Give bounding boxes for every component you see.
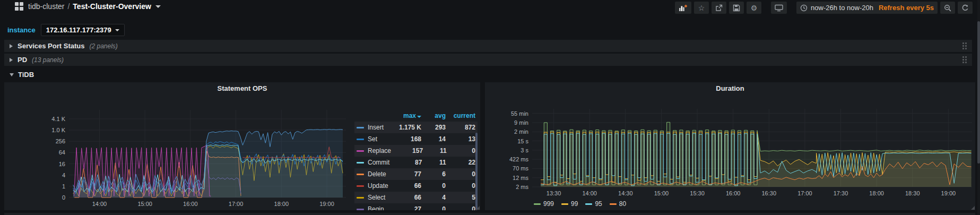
row-panel-count: (2 panels) <box>89 42 117 50</box>
drag-handle-icon[interactable] <box>962 42 967 49</box>
dashboard-grid-icon[interactable] <box>15 2 23 11</box>
instance-select[interactable]: 172.16.117.177:2379 <box>41 24 125 36</box>
series-avg: 0 <box>421 205 446 210</box>
svg-text:256: 256 <box>56 138 65 144</box>
time-range-picker[interactable]: now-26h to now-20h Refresh every 5s <box>796 2 938 14</box>
zoom-out-button[interactable] <box>940 2 955 14</box>
series-name[interactable]: Update <box>368 182 388 190</box>
series-name[interactable]: Insert <box>368 124 384 131</box>
series-swatch-icon <box>561 203 568 205</box>
add-panel-button[interactable] <box>675 2 691 14</box>
series-current: 0 <box>446 205 475 210</box>
share-button[interactable] <box>712 2 726 14</box>
series-swatch-icon <box>585 203 592 205</box>
legend-sort-current[interactable]: current <box>446 112 475 119</box>
series-name[interactable]: Set <box>368 135 377 143</box>
row-title[interactable]: Services Port Status <box>18 42 84 50</box>
chevron-right-icon <box>10 58 13 62</box>
grafana-dashboard: tidb-cluster / Test-Cluster-Overview ☆ <box>0 0 980 215</box>
save-button[interactable] <box>729 2 744 14</box>
instance-value: 172.16.117.177:2379 <box>46 26 111 34</box>
star-icon: ☆ <box>698 4 705 12</box>
series-name[interactable]: Begin <box>368 205 384 210</box>
series-swatch-icon <box>357 209 364 210</box>
svg-text:9 min: 9 min <box>514 119 528 126</box>
legend-item-80[interactable]: 80 <box>610 200 626 208</box>
svg-text:16:30: 16:30 <box>762 190 777 196</box>
series-max: 27 <box>388 205 421 210</box>
svg-text:15:30: 15:30 <box>690 190 705 196</box>
legend-row-commit: Commit871122 <box>354 157 478 168</box>
series-swatch-icon <box>534 203 541 205</box>
legend-sort-max[interactable]: max <box>388 112 421 119</box>
series-name[interactable]: Delete <box>368 170 386 178</box>
series-current: 13 <box>446 135 475 143</box>
row-pd[interactable]: PD (13 panels) <box>4 54 972 66</box>
series-max: 87 <box>389 159 422 166</box>
series-avg: 14 <box>421 135 446 143</box>
svg-text:13:30: 13:30 <box>547 190 561 196</box>
svg-text:15 s: 15 s <box>517 138 528 144</box>
series-avg: 4 <box>421 194 446 201</box>
panel-resize-handle[interactable] <box>476 206 480 210</box>
svg-text:64: 64 <box>59 149 65 156</box>
navbar: tidb-cluster / Test-Cluster-Overview ☆ <box>0 0 980 15</box>
refresh-icon <box>961 4 969 12</box>
series-avg: 0 <box>421 182 446 190</box>
panel-duration: Duration 2 ms12 ms70 ms422 ms3 s15 s2 mi… <box>485 82 975 210</box>
svg-text:16: 16 <box>59 161 65 167</box>
series-name[interactable]: Replace <box>368 147 391 154</box>
svg-text:14:00: 14:00 <box>582 190 597 196</box>
svg-text:0: 0 <box>62 194 65 201</box>
series-max: 157 <box>391 147 423 154</box>
svg-text:1.0 K: 1.0 K <box>51 127 65 133</box>
legend-row-select: Select6645 <box>354 192 478 203</box>
settings-button[interactable]: ⚙ <box>747 2 761 14</box>
panel-resize-handle[interactable] <box>971 206 975 210</box>
legend-item-99[interactable]: 99 <box>561 200 578 208</box>
svg-text:17:00: 17:00 <box>229 201 244 207</box>
chevron-down-icon <box>10 73 14 76</box>
svg-text:19:00: 19:00 <box>319 201 334 207</box>
series-name[interactable]: Select <box>368 194 385 201</box>
legend-scrollbar[interactable] <box>475 133 478 210</box>
drag-handle-icon[interactable] <box>962 56 967 63</box>
series-swatch-icon <box>357 185 364 187</box>
svg-text:15:00: 15:00 <box>137 201 152 207</box>
series-max: 168 <box>388 135 421 143</box>
svg-text:4.1 K: 4.1 K <box>51 116 65 122</box>
zoom-out-icon <box>944 4 951 12</box>
row-tidb[interactable]: TiDB <box>4 68 972 81</box>
svg-text:17:00: 17:00 <box>797 190 812 196</box>
row-services-port-status[interactable]: Services Port Status (2 panels) <box>4 40 972 52</box>
page-scrollbar[interactable] <box>977 0 980 215</box>
time-range-label: now-26h to now-20h <box>811 4 873 12</box>
star-button[interactable]: ☆ <box>694 2 709 14</box>
statement-ops-chart[interactable]: 01416642561.0 K4.1 K14:0015:0016:0017:00… <box>4 82 354 210</box>
svg-text:55 min: 55 min <box>511 110 528 117</box>
refresh-interval-label[interactable]: Refresh every 5s <box>879 4 934 12</box>
refresh-button[interactable] <box>958 2 973 14</box>
svg-text:70 ms: 70 ms <box>513 165 528 171</box>
page-scrollbar-thumb[interactable] <box>977 21 980 164</box>
series-avg: 6 <box>421 170 446 178</box>
row-title[interactable]: PD <box>18 56 27 64</box>
series-swatch-icon <box>357 197 364 199</box>
next-row-edge <box>4 213 975 215</box>
series-name[interactable]: Commit <box>368 159 389 166</box>
legend-sort-avg[interactable]: avg <box>421 112 446 119</box>
share-icon <box>715 4 723 12</box>
duration-chart[interactable]: 2 ms12 ms70 ms422 ms3 s15 s2 min9 min55 … <box>485 82 975 210</box>
breadcrumb-dashboard[interactable]: Test-Cluster-Overview <box>73 2 151 11</box>
series-name: 99 <box>571 200 578 208</box>
svg-text:14:30: 14:30 <box>618 190 633 196</box>
row-title[interactable]: TiDB <box>18 71 34 79</box>
legend-item-95[interactable]: 95 <box>585 200 602 208</box>
breadcrumb-folder[interactable]: tidb-cluster <box>28 2 64 11</box>
svg-text:15:00: 15:00 <box>654 190 669 196</box>
legend-item-999[interactable]: 999 <box>534 200 554 208</box>
svg-text:3 s: 3 s <box>521 147 528 153</box>
series-swatch-icon <box>357 150 364 152</box>
breadcrumb[interactable]: tidb-cluster / Test-Cluster-Overview <box>28 2 161 11</box>
cycle-view-button[interactable] <box>771 2 787 14</box>
